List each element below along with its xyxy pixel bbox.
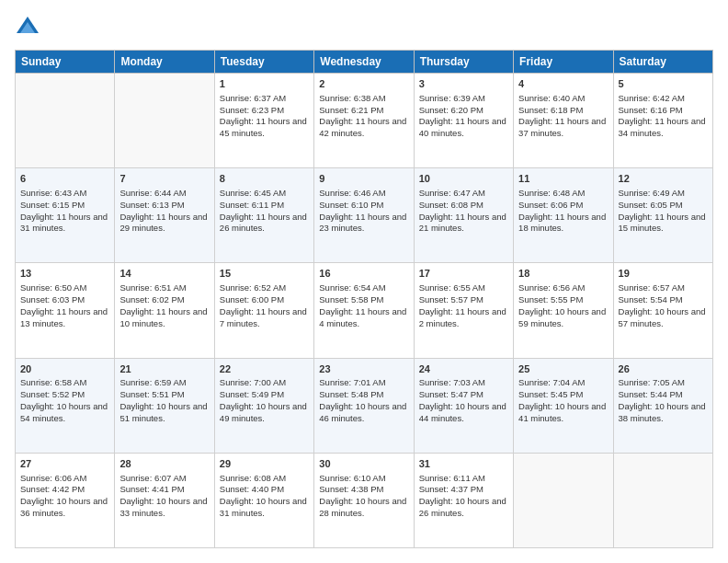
- daylight-text: Daylight: 10 hours and 28 minutes.: [319, 496, 406, 518]
- week-row-3: 13Sunrise: 6:50 AMSunset: 6:03 PMDayligh…: [16, 263, 713, 358]
- calendar-cell: 3Sunrise: 6:39 AMSunset: 6:20 PMDaylight…: [414, 74, 513, 168]
- sunrise-text: Sunrise: 7:05 AM: [619, 377, 685, 387]
- calendar-cell: 12Sunrise: 6:49 AMSunset: 6:05 PMDayligh…: [613, 168, 712, 263]
- calendar-cell: 30Sunrise: 6:10 AMSunset: 4:38 PMDayligh…: [314, 453, 414, 547]
- sunrise-text: Sunrise: 6:48 AM: [518, 188, 585, 198]
- sunrise-text: Sunrise: 6:39 AM: [419, 93, 485, 103]
- logo: [15, 15, 44, 40]
- sunset-text: Sunset: 6:08 PM: [419, 200, 483, 210]
- calendar-cell: 18Sunrise: 6:56 AMSunset: 5:55 PMDayligh…: [514, 263, 613, 358]
- sunset-text: Sunset: 5:57 PM: [419, 294, 483, 304]
- day-number: 16: [319, 267, 408, 281]
- sunrise-text: Sunrise: 6:55 AM: [419, 282, 485, 293]
- day-number: 30: [319, 457, 408, 471]
- sunset-text: Sunset: 5:49 PM: [220, 389, 284, 399]
- daylight-text: Daylight: 10 hours and 41 minutes.: [518, 401, 606, 423]
- daylight-text: Daylight: 11 hours and 4 minutes.: [319, 306, 406, 328]
- daylight-text: Daylight: 10 hours and 36 minutes.: [20, 496, 108, 518]
- header-day-thursday: Thursday: [414, 51, 513, 74]
- week-row-4: 20Sunrise: 6:58 AMSunset: 5:52 PMDayligh…: [16, 358, 713, 453]
- sunset-text: Sunset: 4:38 PM: [319, 484, 383, 494]
- calendar-cell: 28Sunrise: 6:07 AMSunset: 4:41 PMDayligh…: [115, 453, 214, 547]
- calendar-cell: 1Sunrise: 6:37 AMSunset: 6:23 PMDaylight…: [214, 74, 313, 168]
- sunset-text: Sunset: 5:48 PM: [319, 389, 383, 399]
- logo-icon: [15, 15, 40, 40]
- daylight-text: Daylight: 11 hours and 21 minutes.: [419, 212, 506, 234]
- sunset-text: Sunset: 6:13 PM: [119, 200, 184, 210]
- sunset-text: Sunset: 6:20 PM: [419, 105, 483, 115]
- daylight-text: Daylight: 10 hours and 31 minutes.: [220, 496, 307, 518]
- daylight-text: Daylight: 11 hours and 7 minutes.: [220, 306, 307, 328]
- daylight-text: Daylight: 11 hours and 40 minutes.: [419, 116, 506, 138]
- sunrise-text: Sunrise: 7:00 AM: [220, 377, 286, 387]
- sunrise-text: Sunrise: 6:58 AM: [20, 377, 86, 387]
- day-number: 18: [518, 267, 608, 281]
- sunrise-text: Sunrise: 6:37 AM: [220, 93, 286, 103]
- header-day-sunday: Sunday: [16, 51, 115, 74]
- sunrise-text: Sunrise: 7:04 AM: [518, 377, 585, 387]
- calendar-cell: 20Sunrise: 6:58 AMSunset: 5:52 PMDayligh…: [16, 358, 115, 453]
- daylight-text: Daylight: 11 hours and 18 minutes.: [518, 212, 606, 234]
- daylight-text: Daylight: 11 hours and 10 minutes.: [119, 306, 207, 328]
- header-day-tuesday: Tuesday: [214, 51, 313, 74]
- sunrise-text: Sunrise: 6:50 AM: [20, 282, 86, 293]
- day-number: 29: [220, 457, 309, 471]
- calendar-cell: 13Sunrise: 6:50 AMSunset: 6:03 PMDayligh…: [16, 263, 115, 358]
- sunrise-text: Sunrise: 6:44 AM: [119, 188, 186, 198]
- calendar-cell: 15Sunrise: 6:52 AMSunset: 6:00 PMDayligh…: [214, 263, 313, 358]
- day-number: 4: [518, 77, 608, 91]
- daylight-text: Daylight: 10 hours and 26 minutes.: [419, 496, 506, 518]
- daylight-text: Daylight: 11 hours and 13 minutes.: [20, 306, 108, 328]
- sunset-text: Sunset: 6:23 PM: [220, 105, 284, 115]
- day-number: 15: [220, 267, 309, 281]
- sunset-text: Sunset: 5:47 PM: [419, 389, 483, 399]
- calendar-cell: 21Sunrise: 6:59 AMSunset: 5:51 PMDayligh…: [115, 358, 214, 453]
- sunset-text: Sunset: 4:41 PM: [119, 484, 184, 494]
- calendar-cell: 4Sunrise: 6:40 AMSunset: 6:18 PMDaylight…: [514, 74, 613, 168]
- daylight-text: Daylight: 10 hours and 54 minutes.: [20, 401, 108, 423]
- week-row-2: 6Sunrise: 6:43 AMSunset: 6:15 PMDaylight…: [16, 168, 713, 263]
- sunset-text: Sunset: 6:03 PM: [20, 294, 85, 304]
- day-number: 6: [20, 172, 109, 186]
- calendar-cell: [613, 453, 712, 547]
- sunset-text: Sunset: 4:40 PM: [220, 484, 284, 494]
- sunset-text: Sunset: 5:54 PM: [619, 294, 683, 304]
- sunset-text: Sunset: 5:45 PM: [518, 389, 583, 399]
- calendar-cell: 9Sunrise: 6:46 AMSunset: 6:10 PMDaylight…: [314, 168, 414, 263]
- daylight-text: Daylight: 11 hours and 26 minutes.: [220, 212, 307, 234]
- daylight-text: Daylight: 10 hours and 38 minutes.: [619, 401, 706, 423]
- sunrise-text: Sunrise: 6:56 AM: [518, 282, 585, 293]
- sunrise-text: Sunrise: 6:07 AM: [119, 473, 186, 483]
- header: [15, 15, 713, 40]
- day-number: 9: [319, 172, 408, 186]
- sunset-text: Sunset: 6:21 PM: [319, 105, 383, 115]
- day-number: 17: [419, 267, 508, 281]
- daylight-text: Daylight: 11 hours and 31 minutes.: [20, 212, 108, 234]
- day-number: 11: [518, 172, 608, 186]
- sunset-text: Sunset: 4:42 PM: [20, 484, 85, 494]
- calendar-cell: 6Sunrise: 6:43 AMSunset: 6:15 PMDaylight…: [16, 168, 115, 263]
- calendar-cell: 27Sunrise: 6:06 AMSunset: 4:42 PMDayligh…: [16, 453, 115, 547]
- day-number: 27: [20, 457, 109, 471]
- calendar-cell: 22Sunrise: 7:00 AMSunset: 5:49 PMDayligh…: [214, 358, 313, 453]
- day-number: 22: [220, 362, 309, 376]
- calendar-cell: 10Sunrise: 6:47 AMSunset: 6:08 PMDayligh…: [414, 168, 513, 263]
- day-number: 23: [319, 362, 408, 376]
- sunset-text: Sunset: 5:55 PM: [518, 294, 583, 304]
- daylight-text: Daylight: 11 hours and 34 minutes.: [619, 116, 706, 138]
- sunset-text: Sunset: 5:52 PM: [20, 389, 85, 399]
- week-row-5: 27Sunrise: 6:06 AMSunset: 4:42 PMDayligh…: [16, 453, 713, 547]
- sunset-text: Sunset: 6:16 PM: [619, 105, 683, 115]
- sunrise-text: Sunrise: 6:10 AM: [319, 473, 385, 483]
- day-number: 2: [319, 77, 408, 91]
- header-day-monday: Monday: [115, 51, 214, 74]
- sunset-text: Sunset: 5:44 PM: [619, 389, 683, 399]
- day-number: 21: [119, 362, 209, 376]
- header-day-wednesday: Wednesday: [314, 51, 414, 74]
- day-number: 24: [419, 362, 508, 376]
- sunrise-text: Sunrise: 7:03 AM: [419, 377, 485, 387]
- sunrise-text: Sunrise: 6:40 AM: [518, 93, 585, 103]
- day-number: 7: [119, 172, 209, 186]
- sunrise-text: Sunrise: 6:46 AM: [319, 188, 385, 198]
- calendar-cell: 2Sunrise: 6:38 AMSunset: 6:21 PMDaylight…: [314, 74, 414, 168]
